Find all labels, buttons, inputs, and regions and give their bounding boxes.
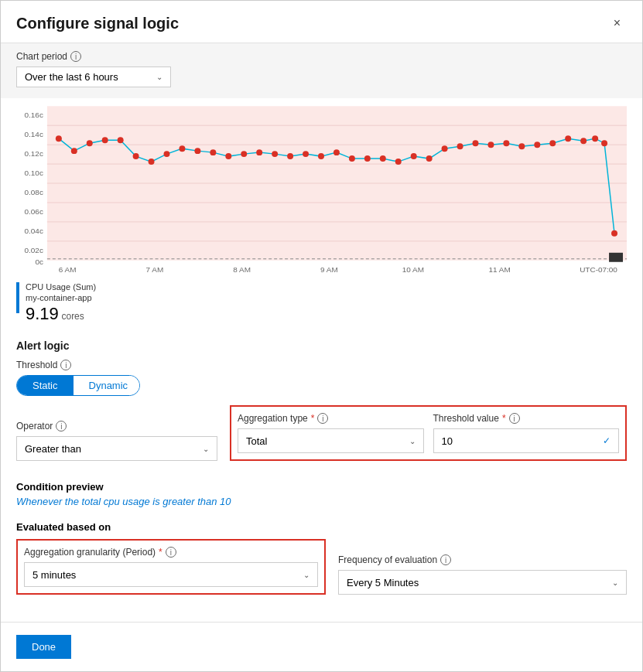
agg-type-dropdown[interactable]: Total ⌄ (238, 428, 424, 453)
legend-color-bar (16, 282, 19, 313)
configure-signal-dialog: Configure signal logic × Chart period i … (0, 0, 643, 672)
svg-point-37 (241, 151, 247, 157)
frequency-group: Frequency of evaluation i Every 5 Minute… (338, 554, 627, 595)
static-option[interactable]: Static (17, 376, 74, 395)
dialog-footer: Done (1, 622, 642, 671)
condition-preview-text: Whenever the total cpu usage is greater … (16, 496, 627, 507)
svg-text:0.06c: 0.06c (25, 207, 43, 216)
svg-point-28 (102, 137, 108, 143)
svg-point-62 (611, 230, 617, 237)
svg-point-32 (164, 151, 170, 157)
svg-text:UTC-07:00: UTC-07:00 (580, 265, 617, 274)
svg-text:0.10c: 0.10c (25, 169, 43, 177)
svg-point-33 (179, 145, 185, 152)
svg-point-54 (503, 140, 509, 146)
svg-text:8 AM: 8 AM (233, 265, 251, 274)
legend-value: 9.19 cores (26, 304, 96, 324)
svg-point-46 (380, 155, 386, 162)
threshold-label: Threshold i (16, 360, 627, 370)
agg-type-info-icon[interactable]: i (317, 413, 328, 424)
svg-point-44 (349, 155, 355, 162)
chart-area: 0.16c 0.14c 0.12c 0.10c 0.08c 0.06c 0.04… (1, 98, 642, 276)
frequency-dropdown[interactable]: Every 5 Minutes ⌄ (338, 570, 627, 595)
svg-point-35 (210, 149, 216, 155)
svg-point-41 (303, 151, 309, 157)
svg-point-48 (411, 153, 417, 159)
svg-point-31 (149, 159, 155, 165)
svg-point-39 (272, 151, 278, 157)
svg-point-61 (601, 140, 607, 146)
svg-point-40 (287, 153, 293, 159)
granularity-chevron-icon: ⌄ (303, 571, 310, 579)
highlighted-fields-group: Aggregation type * i Total ⌄ Threshold v… (230, 405, 627, 461)
svg-point-57 (549, 140, 556, 146)
chart-legend: CPU Usage (Sum) my-container-app 9.19 co… (1, 276, 642, 332)
svg-point-42 (318, 153, 324, 159)
chart-period-label: Chart period i (16, 51, 627, 62)
granularity-info-icon[interactable]: i (166, 547, 176, 558)
svg-point-38 (256, 149, 262, 155)
svg-point-58 (565, 135, 571, 142)
evaluated-section: Evaluated based on Aggregation granulari… (1, 515, 642, 602)
frequency-chevron-icon: ⌄ (612, 578, 618, 587)
granularity-dropdown[interactable]: 5 minutes ⌄ (24, 562, 318, 587)
svg-text:0.04c: 0.04c (25, 227, 43, 235)
svg-point-27 (87, 140, 93, 146)
svg-text:10 AM: 10 AM (402, 265, 424, 274)
svg-point-25 (56, 135, 62, 142)
agg-type-group: Aggregation type * i Total ⌄ (238, 413, 424, 453)
threshold-info-icon[interactable]: i (60, 360, 71, 370)
svg-point-56 (534, 142, 540, 148)
condition-preview-label: Condition preview (16, 481, 627, 493)
svg-text:6 AM: 6 AM (59, 265, 77, 274)
svg-point-43 (333, 149, 340, 155)
svg-text:7 AM: 7 AM (146, 265, 164, 274)
legend-metric-sub: my-container-app (26, 293, 96, 302)
dynamic-option[interactable]: Dynamic (74, 376, 140, 395)
chart-svg: 0.16c 0.14c 0.12c 0.10c 0.08c 0.06c 0.04… (16, 106, 627, 276)
svg-point-52 (473, 140, 479, 146)
alert-logic-section: Alert logic Threshold i Static Dynamic O… (1, 332, 642, 478)
alert-logic-form-row: Operator i Greater than ⌄ Aggregation ty… (16, 405, 627, 461)
evaluated-row: Aggregation granularity (Period) * i 5 m… (16, 539, 627, 595)
chart-container: 0.16c 0.14c 0.12c 0.10c 0.08c 0.06c 0.04… (16, 106, 627, 276)
chart-period-section: Chart period i Over the last 6 hours ⌄ (1, 43, 642, 98)
svg-point-49 (426, 155, 433, 162)
svg-point-47 (395, 159, 402, 165)
svg-point-26 (71, 148, 77, 154)
svg-text:0.08c: 0.08c (25, 188, 43, 196)
svg-text:11 AM: 11 AM (488, 265, 510, 274)
svg-point-29 (118, 137, 124, 143)
operator-dropdown[interactable]: Greater than ⌄ (16, 436, 217, 461)
frequency-info-icon[interactable]: i (440, 554, 451, 565)
operator-info-icon[interactable]: i (56, 421, 67, 432)
svg-point-36 (225, 153, 231, 159)
svg-point-60 (592, 135, 598, 142)
svg-rect-63 (609, 253, 623, 262)
dialog-header: Configure signal logic × (1, 1, 642, 43)
svg-point-51 (457, 143, 463, 149)
svg-point-53 (487, 142, 494, 148)
close-button[interactable]: × (607, 13, 627, 33)
granularity-highlighted-group: Aggregation granularity (Period) * i 5 m… (16, 539, 326, 595)
done-button[interactable]: Done (16, 635, 71, 659)
dialog-title: Configure signal logic (16, 15, 179, 32)
threshold-toggle[interactable]: Static Dynamic (16, 375, 140, 396)
alert-logic-title: Alert logic (16, 339, 627, 352)
threshold-value-group: Threshold value * i 10 ✓ (433, 413, 620, 453)
threshold-value-input[interactable]: 10 ✓ (433, 428, 620, 453)
agg-type-chevron-icon: ⌄ (409, 437, 416, 445)
svg-text:9 AM: 9 AM (320, 265, 338, 274)
chart-period-info-icon[interactable]: i (70, 51, 81, 62)
svg-text:0.12c: 0.12c (25, 149, 43, 158)
svg-text:0.02c: 0.02c (25, 246, 43, 254)
svg-text:0.14c: 0.14c (25, 130, 43, 138)
chart-period-dropdown[interactable]: Over the last 6 hours ⌄ (16, 67, 171, 87)
operator-group: Operator i Greater than ⌄ (16, 421, 217, 461)
svg-point-45 (364, 155, 371, 162)
svg-point-55 (518, 143, 525, 149)
svg-text:0c: 0c (35, 258, 43, 266)
operator-chevron-icon: ⌄ (203, 445, 209, 453)
condition-preview-section: Condition preview Whenever the total cpu… (1, 478, 642, 515)
threshold-val-info-icon[interactable]: i (509, 413, 520, 424)
